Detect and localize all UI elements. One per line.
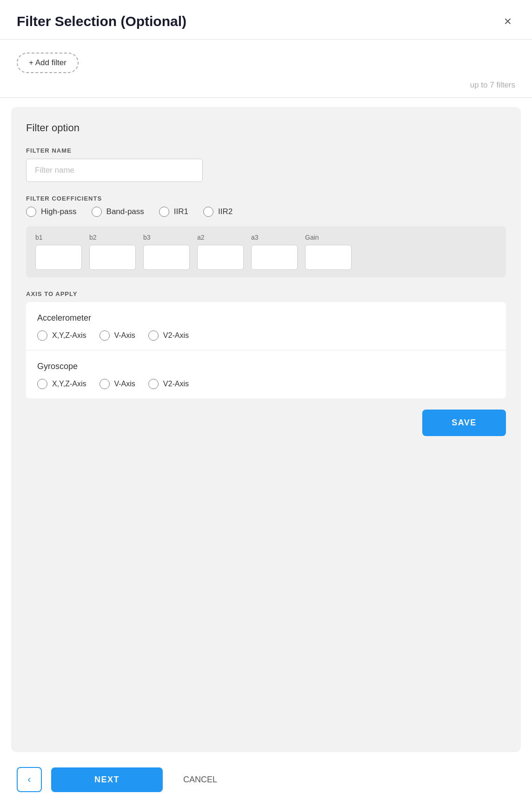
coeff-b1-label: b1 [35,234,43,241]
cancel-button[interactable]: CANCEL [172,767,228,792]
coeff-b1-input[interactable] [35,245,82,270]
add-filter-area: + Add filter [0,40,532,73]
radio-iir1-input[interactable] [159,207,169,217]
filter-name-input[interactable] [26,159,203,182]
accel-v2-input[interactable] [148,330,159,341]
add-filter-label: + Add filter [29,58,66,67]
accel-v2-label: V2-Axis [163,331,189,340]
accel-v2-axis[interactable]: V2-Axis [148,330,189,341]
accelerometer-title: Accelerometer [37,313,495,323]
gyro-v-input[interactable] [100,379,110,389]
coeff-a2-label: a2 [197,234,205,241]
next-button[interactable]: NEXT [51,767,163,792]
coeff-gain: Gain [305,234,352,270]
coeff-b2-input[interactable] [89,245,136,270]
accel-v-input[interactable] [100,330,110,341]
accel-xyz-axis[interactable]: X,Y,Z-Axis [37,330,86,341]
axis-groups-container: Accelerometer X,Y,Z-Axis V-Axis [26,302,506,398]
filter-name-label: FILTER NAME [26,147,506,154]
accel-xyz-input[interactable] [37,330,47,341]
accelerometer-radio-group: X,Y,Z-Axis V-Axis V2-Axis [37,330,495,341]
axis-group-accelerometer: Accelerometer X,Y,Z-Axis V-Axis [26,302,506,350]
gyro-v2-axis[interactable]: V2-Axis [148,379,189,389]
save-row: SAVE [26,410,506,436]
accel-v-label: V-Axis [114,331,135,340]
axis-to-apply-section: AXIS TO APPLY Accelerometer X,Y,Z-Axis [26,290,506,398]
radio-highpass-input[interactable] [26,207,36,217]
filter-option-card: Filter option FILTER NAME FILTER COEFFIC… [11,107,521,752]
gyro-v2-input[interactable] [148,379,159,389]
gyro-xyz-label: X,Y,Z-Axis [52,380,86,388]
filter-option-title: Filter option [26,122,506,134]
coeff-b3: b3 [143,234,190,270]
radio-highpass[interactable]: High-pass [26,207,77,217]
filter-coefficients-section: FILTER COEFFICIENTS High-pass Band-pass … [26,195,506,277]
filter-coefficients-label: FILTER COEFFICIENTS [26,195,506,202]
accel-v-axis[interactable]: V-Axis [100,330,135,341]
header: Filter Selection (Optional) × [0,0,532,40]
radio-bandpass-label: Band-pass [106,207,144,216]
radio-iir2[interactable]: IIR2 [203,207,233,217]
coeff-gain-label: Gain [305,234,319,241]
axis-to-apply-label: AXIS TO APPLY [26,290,506,297]
coefficients-grid: b1 b2 b3 a2 [26,226,506,277]
coeff-gain-input[interactable] [305,245,352,270]
coeff-a2-input[interactable] [197,245,244,270]
coeff-a3-input[interactable] [251,245,298,270]
radio-iir2-label: IIR2 [218,207,233,216]
coeff-b2-label: b2 [89,234,97,241]
divider [0,97,532,98]
radio-iir1-label: IIR1 [174,207,188,216]
save-button[interactable]: SAVE [422,410,506,436]
gyro-v2-label: V2-Axis [163,380,189,388]
page-wrapper: Filter Selection (Optional) × + Add filt… [0,0,532,807]
coeff-b3-label: b3 [143,234,151,241]
coeff-a2: a2 [197,234,244,270]
gyro-v-axis[interactable]: V-Axis [100,379,135,389]
back-button[interactable]: ‹ [17,767,42,792]
accel-xyz-label: X,Y,Z-Axis [52,331,86,340]
coeff-b1: b1 [35,234,82,270]
filter-type-radio-group: High-pass Band-pass IIR1 IIR2 [26,207,506,217]
coeff-a3-label: a3 [251,234,259,241]
page-title: Filter Selection (Optional) [17,13,186,29]
close-button[interactable]: × [500,13,515,30]
main-content: + Add filter up to 7 filters Filter opti… [0,40,532,807]
coeff-a3: a3 [251,234,298,270]
radio-iir2-input[interactable] [203,207,213,217]
gyro-xyz-input[interactable] [37,379,47,389]
up-to-filters-text: up to 7 filters [0,73,532,97]
add-filter-button[interactable]: + Add filter [17,53,79,73]
radio-iir1[interactable]: IIR1 [159,207,188,217]
coeff-b3-input[interactable] [143,245,190,270]
gyro-v-label: V-Axis [114,380,135,388]
radio-highpass-label: High-pass [41,207,77,216]
back-icon: ‹ [27,773,31,786]
gyro-xyz-axis[interactable]: X,Y,Z-Axis [37,379,86,389]
gyroscope-radio-group: X,Y,Z-Axis V-Axis V2-Axis [37,379,495,389]
axis-group-gyroscope: Gyroscope X,Y,Z-Axis V-Axis [26,350,506,398]
radio-bandpass[interactable]: Band-pass [92,207,144,217]
gyroscope-title: Gyroscope [37,362,495,371]
bottom-navigation: ‹ NEXT CANCEL [0,752,532,807]
coeff-b2: b2 [89,234,136,270]
radio-bandpass-input[interactable] [92,207,102,217]
